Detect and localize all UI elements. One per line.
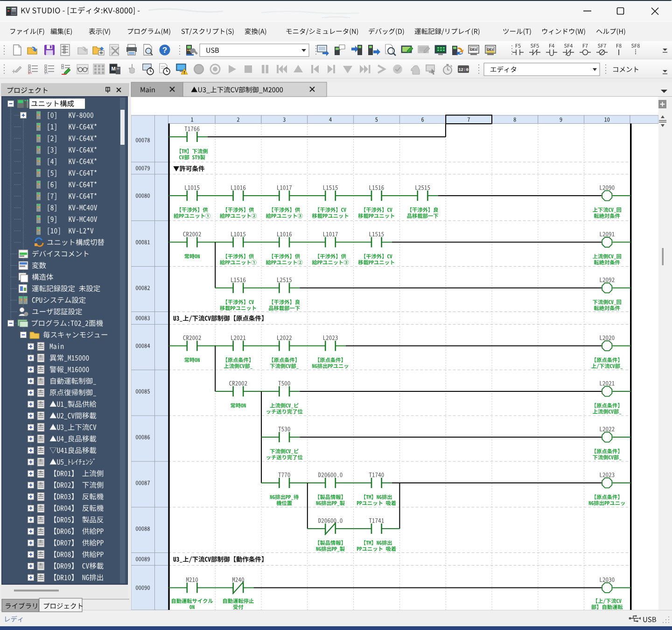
svg-text:?: ? [162,46,167,55]
svg-text:M: M [111,66,115,71]
svg-text:DEV: DEV [487,48,494,51]
svg-text:x=: x= [44,71,49,75]
svg-text:12:0: 12:0 [458,68,469,72]
svg-text:x=: x= [28,71,32,75]
svg-text:DEV: DEV [470,48,477,51]
